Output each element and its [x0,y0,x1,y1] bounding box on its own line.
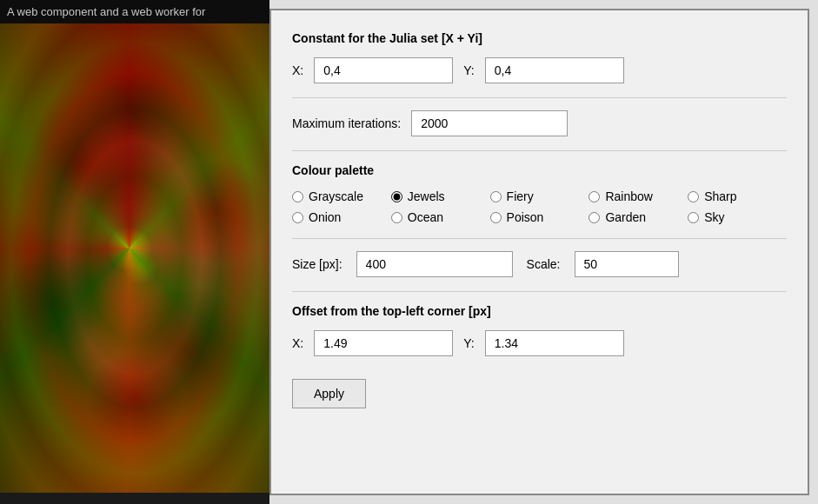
palette-radio-jewels[interactable] [391,191,402,202]
palette-radio-rainbow[interactable] [589,191,600,202]
left-panel: A web component and a web worker for [0,0,269,504]
offset-x-input[interactable] [314,330,453,356]
palette-option-garden[interactable]: Garden [589,210,688,224]
palette-option-sky[interactable]: Sky [688,210,787,224]
offset-x-label: X: [292,336,303,350]
divider-4 [292,291,787,292]
palette-option-ocean[interactable]: Ocean [391,210,490,224]
palette-radio-poison[interactable] [490,212,502,223]
offset-section: Offset from the top-left corner [px] X: … [292,304,787,356]
size-scale-row: Size [px]: Scale: [292,251,787,277]
julia-y-input[interactable] [485,57,624,83]
palette-label-sky: Sky [704,210,724,224]
palette-section: Colour palette Grayscale Jewels Fiery Ra… [292,163,787,224]
julia-y-label: Y: [463,63,474,77]
palette-label-jewels: Jewels [408,189,445,203]
divider-3 [292,238,787,239]
right-panel: Constant for the Julia set [X + Yi] X: Y… [269,9,809,495]
offset-y-input[interactable] [485,330,624,356]
julia-x-input[interactable] [314,57,453,83]
julia-xy-row: X: Y: [292,57,787,83]
julia-section-title: Constant for the Julia set [X + Yi] [292,31,787,45]
palette-radio-onion[interactable] [292,212,303,223]
offset-xy-row: X: Y: [292,330,787,356]
scale-label: Scale: [527,257,561,271]
iterations-label: Maximum iterations: [292,116,401,130]
scale-input[interactable] [575,251,679,277]
palette-label-grayscale: Grayscale [309,189,363,203]
iterations-input[interactable] [411,110,568,136]
divider-2 [292,150,787,151]
palette-label-rainbow: Rainbow [605,189,652,203]
iterations-row: Maximum iterations: [292,110,787,136]
apply-button[interactable]: Apply [292,379,366,408]
size-input[interactable] [356,251,513,277]
palette-label-sharp: Sharp [704,189,736,203]
palette-option-onion[interactable]: Onion [292,210,391,224]
palette-radio-ocean[interactable] [391,212,402,223]
fractal-canvas [0,23,269,493]
palette-label-ocean: Ocean [408,210,443,224]
palette-label-fiery: Fiery [507,189,534,203]
offset-y-label: Y: [463,336,474,350]
palette-grid: Grayscale Jewels Fiery Rainbow Sharp Oni… [292,189,787,224]
palette-option-poison[interactable]: Poison [490,210,589,224]
palette-option-grayscale[interactable]: Grayscale [292,189,391,203]
divider-1 [292,97,787,98]
palette-option-fiery[interactable]: Fiery [490,189,589,203]
palette-radio-sky[interactable] [688,212,699,223]
palette-label-poison: Poison [507,210,544,224]
size-label: Size [px]: [292,257,342,271]
palette-radio-garden[interactable] [589,212,600,223]
fractal-overlay [0,23,269,493]
palette-option-jewels[interactable]: Jewels [391,189,490,203]
julia-x-label: X: [292,63,303,77]
palette-option-sharp[interactable]: Sharp [688,189,787,203]
palette-label-garden: Garden [605,210,646,224]
palette-label-onion: Onion [309,210,341,224]
palette-option-rainbow[interactable]: Rainbow [589,189,688,203]
palette-radio-sharp[interactable] [688,191,699,202]
palette-title: Colour palette [292,163,787,177]
palette-radio-grayscale[interactable] [292,191,303,202]
subtitle: A web component and a web worker for [0,0,269,23]
offset-title: Offset from the top-left corner [px] [292,304,787,318]
palette-radio-fiery[interactable] [490,191,502,202]
